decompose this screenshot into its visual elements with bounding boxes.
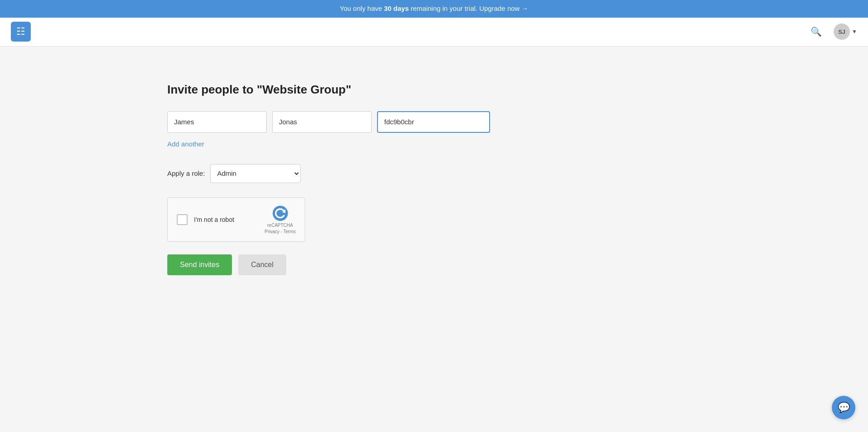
last-name-input[interactable] bbox=[272, 111, 372, 133]
role-label: Apply a role: bbox=[167, 169, 205, 177]
recaptcha-widget: I'm not a robot reCAPTCHA Privacy - Term… bbox=[167, 197, 305, 242]
recaptcha-right: reCAPTCHA Privacy - Terms bbox=[264, 205, 296, 234]
send-invites-button[interactable]: Send invites bbox=[167, 254, 232, 275]
search-button[interactable]: 🔍 bbox=[808, 23, 825, 40]
recaptcha-left: I'm not a robot bbox=[177, 214, 234, 225]
logo-icon: ☷ bbox=[16, 26, 25, 38]
recaptcha-terms-link[interactable]: Terms bbox=[283, 229, 296, 234]
recaptcha-label: I'm not a robot bbox=[194, 216, 234, 223]
avatar: SJ bbox=[834, 23, 850, 40]
trial-days: 30 days bbox=[384, 5, 409, 12]
user-menu[interactable]: SJ ▼ bbox=[834, 23, 857, 40]
trial-banner: You only have 30 days remaining in your … bbox=[0, 0, 868, 18]
add-another-button[interactable]: Add another bbox=[167, 140, 204, 148]
recaptcha-logo-icon bbox=[272, 205, 288, 221]
role-row: Apply a role: Admin Member Viewer bbox=[167, 164, 484, 183]
chat-button[interactable]: 💬 bbox=[832, 396, 855, 419]
search-icon: 🔍 bbox=[811, 27, 822, 37]
main-content: Invite people to "Website Group" Add ano… bbox=[0, 47, 868, 432]
email-input[interactable] bbox=[377, 111, 490, 133]
cancel-button[interactable]: Cancel bbox=[238, 254, 286, 275]
trial-text-after: remaining in your trial. Upgrade now → bbox=[409, 5, 528, 12]
app-logo[interactable]: ☷ bbox=[11, 22, 31, 42]
recaptcha-privacy-link[interactable]: Privacy bbox=[264, 229, 279, 234]
first-name-input[interactable] bbox=[167, 111, 267, 133]
navbar: ☷ 🔍 SJ ▼ bbox=[0, 18, 868, 47]
trial-text-before: You only have bbox=[340, 5, 384, 12]
page-title: Invite people to "Website Group" bbox=[167, 83, 484, 97]
chevron-down-icon: ▼ bbox=[852, 28, 857, 35]
recaptcha-links: Privacy - Terms bbox=[264, 229, 296, 234]
chat-icon: 💬 bbox=[838, 402, 850, 413]
input-row bbox=[167, 111, 484, 133]
recaptcha-brand-text: reCAPTCHA bbox=[267, 222, 293, 228]
navbar-right: 🔍 SJ ▼ bbox=[808, 23, 857, 40]
invite-form: Invite people to "Website Group" Add ano… bbox=[167, 83, 484, 415]
recaptcha-checkbox[interactable] bbox=[177, 214, 188, 225]
button-row: Send invites Cancel bbox=[167, 254, 484, 275]
role-select[interactable]: Admin Member Viewer bbox=[210, 164, 301, 183]
